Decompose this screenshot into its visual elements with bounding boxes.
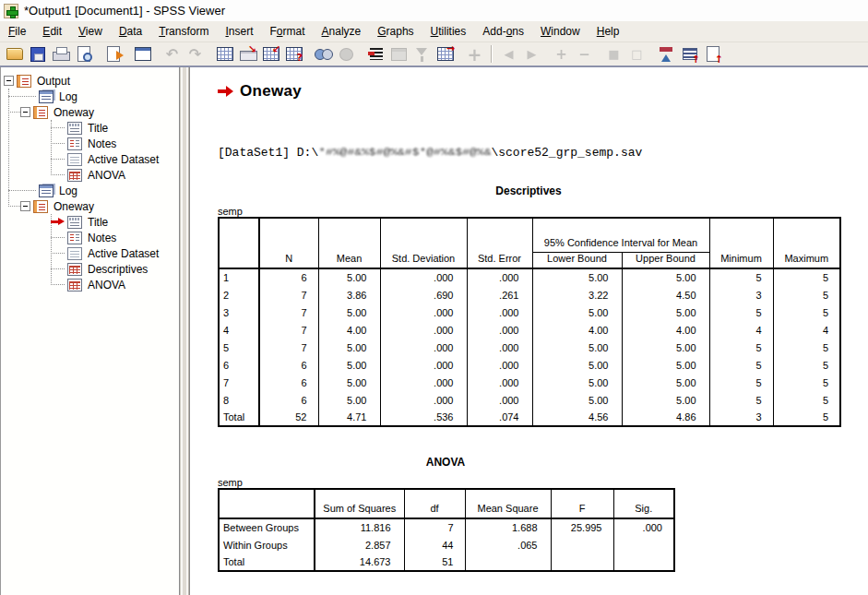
redo-icon[interactable] xyxy=(184,44,207,65)
variables-icon[interactable] xyxy=(282,44,305,65)
insert-title-icon[interactable] xyxy=(678,44,701,65)
outline-item-active-dataset-1[interactable]: Active Dataset xyxy=(1,151,179,167)
toolbar xyxy=(0,42,868,66)
menu-transform[interactable]: Transform xyxy=(150,22,217,42)
collapse-icon[interactable] xyxy=(573,44,596,65)
menu-graphs[interactable]: Graphs xyxy=(369,22,422,42)
menu-window[interactable]: Window xyxy=(532,22,589,42)
cell: 11.816 xyxy=(315,518,404,536)
cell: 5 xyxy=(709,391,773,409)
row-label: 1 xyxy=(219,268,259,286)
col-header: df xyxy=(404,489,465,518)
show-icon[interactable] xyxy=(602,44,625,65)
outline-item-output[interactable]: Output xyxy=(1,73,179,89)
table-row: Between Groups11.81671.68825.995.000 xyxy=(219,518,674,536)
cell: 3.22 xyxy=(532,286,622,303)
cell: .000 xyxy=(380,268,467,286)
menu-utilities[interactable]: Utilities xyxy=(422,22,475,42)
collapse-expander-icon[interactable] xyxy=(20,107,30,117)
cell: 7 xyxy=(259,286,318,303)
menu-file[interactable]: File xyxy=(0,22,34,42)
goto-case-icon[interactable] xyxy=(236,44,259,65)
navigate-right-icon[interactable] xyxy=(520,44,543,65)
cell: 4.00 xyxy=(318,321,380,339)
cell: 5 xyxy=(773,339,840,356)
descriptives-table[interactable]: N Mean Std. Deviation Std. Error 95% Con… xyxy=(218,217,841,427)
outline-item-descriptives[interactable]: Descriptives xyxy=(1,261,179,277)
outline-pane[interactable]: Output Log Oneway Title Notes xyxy=(0,67,180,595)
cell: 5.00 xyxy=(318,391,380,409)
outline-item-notes-1[interactable]: Notes xyxy=(1,136,179,151)
menu-analyze[interactable]: Analyze xyxy=(314,22,370,42)
menu-add-ons[interactable]: Add-ons xyxy=(474,22,532,42)
find-icon[interactable] xyxy=(312,44,335,65)
use-sets-icon[interactable] xyxy=(410,44,434,65)
menu-bar: File Edit View Data Transform Insert For… xyxy=(0,21,868,42)
row-label: 7 xyxy=(219,374,259,391)
outline-item-anova-1[interactable]: ANOVA xyxy=(1,167,179,183)
recall-dialogs-icon[interactable] xyxy=(131,44,154,65)
cell: 3 xyxy=(709,409,773,426)
table-row: 665.00.000.0005.005.0055 xyxy=(219,356,840,374)
collapse-expander-icon[interactable] xyxy=(4,76,14,86)
goto-data-icon[interactable] xyxy=(213,44,236,65)
insert-heading-icon[interactable] xyxy=(655,44,678,65)
outline-item-log-2[interactable]: Log xyxy=(1,183,179,198)
find-next-icon[interactable] xyxy=(335,44,358,65)
cell: 6 xyxy=(259,391,318,409)
title-bar[interactable]: *Output1 [Document1] - SPSS Viewer xyxy=(0,0,868,21)
insert-table-icon[interactable] xyxy=(434,44,457,65)
expand-icon[interactable] xyxy=(550,44,573,65)
outline-item-log-1[interactable]: Log xyxy=(1,89,179,104)
cell: 7 xyxy=(259,321,318,339)
cell: 5 xyxy=(709,303,773,321)
table-output-icon xyxy=(67,263,82,276)
hide-icon[interactable] xyxy=(625,44,648,65)
table-row: 474.00.000.0004.004.0044 xyxy=(219,321,840,339)
pane-splitter[interactable] xyxy=(180,67,190,595)
menu-help[interactable]: Help xyxy=(589,22,628,42)
select-last-output-icon[interactable] xyxy=(364,44,387,65)
print-icon[interactable] xyxy=(49,44,72,65)
menu-edit[interactable]: Edit xyxy=(34,22,70,42)
col-header: Std. Error xyxy=(467,218,532,268)
cell: 3.86 xyxy=(318,286,380,303)
cell: .000 xyxy=(380,356,467,374)
anova-table[interactable]: Sum of Squares df Mean Square F Sig. Bet… xyxy=(218,488,675,572)
outline-item-title-2-current[interactable]: Title xyxy=(1,214,179,230)
cell: 4.50 xyxy=(622,286,709,303)
cell: 5.00 xyxy=(318,356,380,374)
cell: 5 xyxy=(773,391,840,409)
outline-item-notes-2[interactable]: Notes xyxy=(1,230,179,245)
menu-view[interactable]: View xyxy=(70,22,111,42)
navigate-left-icon[interactable] xyxy=(497,44,520,65)
open-icon[interactable] xyxy=(3,44,26,65)
promote-icon[interactable] xyxy=(463,44,486,65)
menu-insert[interactable]: Insert xyxy=(217,22,261,42)
collapse-expander-icon[interactable] xyxy=(20,201,30,211)
outline-item-title-1[interactable]: Title xyxy=(1,120,179,136)
table-row: 765.00.000.0005.005.0055 xyxy=(219,374,840,391)
menu-format[interactable]: Format xyxy=(262,22,314,42)
outline-item-oneway-1[interactable]: Oneway xyxy=(1,104,179,120)
insert-cases-icon[interactable] xyxy=(259,44,282,65)
cell: 7 xyxy=(404,518,465,536)
designate-window-icon[interactable] xyxy=(387,44,410,65)
cell: 6 xyxy=(259,268,318,286)
descriptives-title: Descriptives xyxy=(218,184,839,197)
cell xyxy=(465,553,551,571)
outline-item-active-dataset-2[interactable]: Active Dataset xyxy=(1,245,179,261)
row-label: 5 xyxy=(219,339,259,356)
output-pane[interactable]: Oneway [DataSet1] D:\*#%@#&%$#@%&#$*@#%&… xyxy=(190,67,868,595)
outline-item-oneway-2[interactable]: Oneway xyxy=(1,198,179,214)
insert-text-icon[interactable] xyxy=(701,44,724,65)
outline-item-anova-2[interactable]: ANOVA xyxy=(1,277,179,292)
undo-icon[interactable] xyxy=(161,44,184,65)
cell: .000 xyxy=(467,303,532,321)
menu-data[interactable]: Data xyxy=(111,22,150,42)
print-preview-icon[interactable] xyxy=(72,44,95,65)
tree-stub xyxy=(51,143,65,144)
export-icon[interactable] xyxy=(101,44,125,65)
output-book-icon xyxy=(17,75,31,88)
save-icon[interactable] xyxy=(26,44,49,65)
